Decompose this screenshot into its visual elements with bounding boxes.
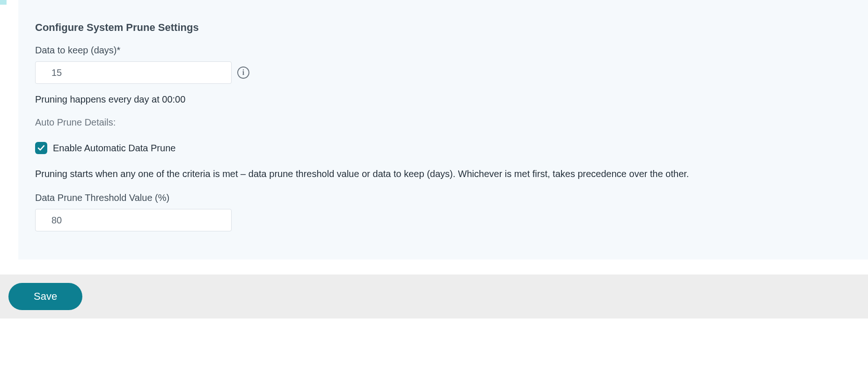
enable-auto-prune-row: Enable Automatic Data Prune xyxy=(35,142,851,154)
save-button[interactable]: Save xyxy=(8,283,82,310)
enable-auto-prune-checkbox[interactable] xyxy=(35,142,47,154)
enable-auto-prune-label: Enable Automatic Data Prune xyxy=(53,143,175,154)
info-icon[interactable] xyxy=(237,67,249,79)
threshold-row xyxy=(35,209,851,231)
data-to-keep-input[interactable] xyxy=(35,61,232,84)
panel-title: Configure System Prune Settings xyxy=(35,22,851,34)
auto-prune-subtitle: Auto Prune Details: xyxy=(35,117,851,128)
threshold-input[interactable] xyxy=(35,209,232,231)
prune-explain-text: Pruning starts when any one of the crite… xyxy=(35,167,851,180)
prune-settings-panel: Configure System Prune Settings Data to … xyxy=(18,0,868,259)
left-accent-edge xyxy=(0,0,7,5)
data-to-keep-label: Data to keep (days)* xyxy=(35,45,851,56)
schedule-text: Pruning happens every day at 00:00 xyxy=(35,94,851,105)
checkmark-icon xyxy=(37,144,45,152)
footer-bar: Save xyxy=(0,274,868,319)
data-to-keep-row xyxy=(35,61,851,84)
threshold-label: Data Prune Threshold Value (%) xyxy=(35,193,851,203)
